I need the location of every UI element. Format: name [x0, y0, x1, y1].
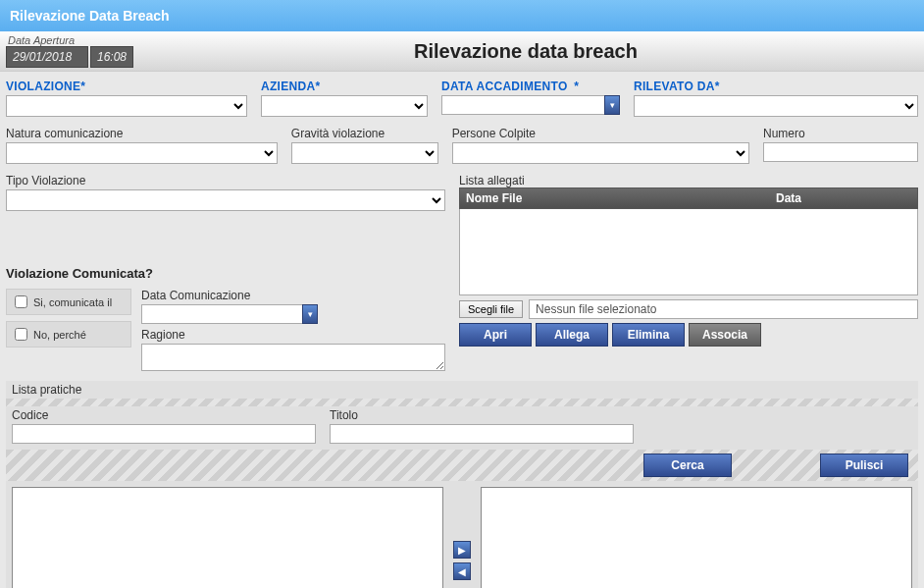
titolo-input[interactable] [330, 424, 634, 444]
page-title: Rilevazione data breach [133, 40, 918, 63]
required-star-icon: * [574, 80, 579, 93]
associa-button[interactable]: Associa [689, 323, 761, 347]
required-star-icon: * [315, 80, 320, 93]
comunicata-section-label: Violazione Comunicata? [6, 266, 445, 281]
required-star-icon: * [715, 80, 720, 93]
move-left-icon[interactable]: ◀ [453, 562, 471, 580]
violazione-select[interactable] [6, 95, 247, 117]
persone-select[interactable] [452, 142, 749, 164]
natura-select[interactable] [6, 142, 278, 164]
comunicata-yes-row[interactable]: Si, comunicata il [6, 289, 131, 315]
azienda-select[interactable] [261, 95, 428, 117]
move-right-icon[interactable]: ▶ [453, 541, 471, 559]
ragione-textarea[interactable] [141, 344, 445, 371]
persone-label: Persone Colpite [452, 127, 749, 140]
gravita-label: Gravità violazione [291, 127, 438, 140]
tipo-violazione-label: Tipo Violazione [6, 174, 445, 187]
elimina-button[interactable]: Elimina [612, 323, 685, 347]
codice-input[interactable] [12, 424, 316, 444]
data-accadimento-label: DATA ACCADIMENTO [441, 80, 568, 93]
lista-pratiche-label: Lista pratiche [12, 383, 81, 397]
violazione-label: VIOLAZIONE [6, 80, 80, 93]
allegati-table-header: Nome File Data [459, 187, 918, 209]
data-accadimento-input[interactable] [441, 95, 604, 115]
date-picker-icon[interactable]: ▾ [604, 95, 620, 115]
numero-label: Numero [763, 127, 918, 140]
natura-label: Natura comunicazione [6, 127, 278, 140]
pratiche-target-list[interactable] [481, 487, 912, 588]
comunicata-yes-checkbox[interactable] [15, 295, 27, 308]
file-name-display: Nessun file selezionato [529, 299, 918, 319]
apri-button[interactable]: Apri [459, 323, 532, 347]
data-comunicazione-label: Data Comunicazione [141, 289, 445, 302]
allegati-table-body[interactable] [459, 209, 918, 295]
comunicata-no-checkbox[interactable] [15, 328, 27, 341]
azienda-label: AZIENDA [261, 80, 315, 93]
pratiche-source-list[interactable] [12, 487, 443, 588]
rilevato-da-select[interactable] [634, 95, 918, 117]
comunicata-no-row[interactable]: No, perché [6, 321, 131, 347]
allega-button[interactable]: Allega [536, 323, 608, 347]
comunicata-no-label: No, perché [33, 329, 86, 341]
gravita-select[interactable] [291, 142, 438, 164]
window-title: Rilevazione Data Breach [10, 8, 170, 24]
lista-allegati-label: Lista allegati [459, 174, 918, 187]
codice-label: Codice [12, 408, 316, 422]
data-comunicazione-input[interactable] [141, 304, 302, 324]
titolo-label: Titolo [330, 408, 634, 422]
allegati-col-nome: Nome File [460, 188, 770, 208]
header-bar: Data Apertura 29/01/2018 16:08 Rilevazio… [0, 31, 924, 72]
open-time-value: 16:08 [90, 46, 133, 68]
open-date-value: 29/01/2018 [6, 46, 88, 68]
choose-file-button[interactable]: Scegli file [459, 300, 523, 318]
open-date-label: Data Apertura [6, 34, 133, 46]
allegati-col-data: Data [770, 188, 917, 208]
required-star-icon: * [80, 80, 85, 93]
window-titlebar: Rilevazione Data Breach [0, 0, 924, 31]
pulisci-button[interactable]: Pulisci [820, 454, 908, 477]
numero-input[interactable] [763, 142, 918, 162]
date-picker-icon[interactable]: ▾ [302, 304, 318, 324]
tipo-violazione-select[interactable] [6, 189, 445, 211]
ragione-label: Ragione [141, 328, 445, 342]
rilevato-da-label: RILEVATO DA [634, 80, 715, 93]
cerca-button[interactable]: Cerca [643, 454, 732, 477]
comunicata-yes-label: Si, comunicata il [33, 296, 112, 308]
